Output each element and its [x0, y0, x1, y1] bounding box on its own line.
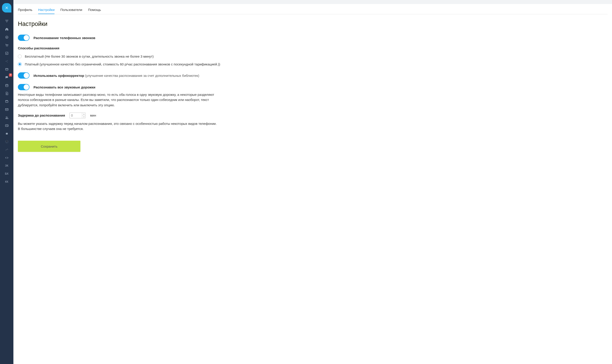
- main-area: Профиль Настройки Пользователи Помощь На…: [13, 0, 612, 364]
- toggle-orphocorrector-label: Использовать орфокорректор (улучшение ка…: [34, 74, 199, 78]
- toggle-orphocorrector[interactable]: [18, 72, 29, 78]
- svg-point-13: [7, 117, 8, 118]
- code-icon: [5, 156, 9, 160]
- radio-paid[interactable]: Платный (улучшенное качество без огранич…: [18, 62, 608, 66]
- users-icon: [5, 116, 9, 119]
- tab-settings[interactable]: Настройки: [38, 6, 55, 14]
- page-title: Настройки: [18, 21, 608, 27]
- mail-icon-item[interactable]: [0, 105, 13, 113]
- document-icon: [5, 91, 9, 95]
- svg-point-7: [7, 62, 8, 62]
- checklist-icon: [5, 51, 9, 55]
- svg-point-3: [7, 46, 8, 46]
- tab-users[interactable]: Пользователи: [60, 6, 82, 14]
- svg-point-15: [6, 125, 6, 126]
- card-icon: [5, 67, 9, 71]
- radio-paid-label: Платный (улучшенное качество без огранич…: [25, 62, 220, 66]
- toggle-orpho-bold: Использовать орфокорректор: [34, 74, 84, 78]
- sidebar-text-kk[interactable]: КК: [0, 178, 13, 186]
- code-icon-item[interactable]: [0, 154, 13, 162]
- radio-free-label: Бесплатный (Не более 30 звонков в сутки,…: [25, 54, 154, 59]
- target-icon: [5, 35, 9, 39]
- calendar-icon-item[interactable]: [0, 81, 13, 89]
- radio-free-input[interactable]: [18, 54, 22, 58]
- stepper-down[interactable]: ▼: [82, 116, 86, 118]
- nodes-icon-item[interactable]: [0, 57, 13, 65]
- android-icon: [5, 132, 9, 136]
- svg-point-17: [6, 133, 6, 133]
- radio-paid-input[interactable]: [18, 62, 22, 66]
- tab-profile[interactable]: Профиль: [18, 6, 32, 14]
- svg-point-12: [6, 117, 7, 117]
- mail-icon: [5, 108, 9, 111]
- chat-badge: 7: [9, 74, 12, 77]
- toggle-all-tracks[interactable]: [18, 84, 29, 90]
- users-icon-item[interactable]: [0, 113, 13, 121]
- svg-rect-9: [5, 84, 8, 87]
- sidebar-text-bk[interactable]: БК: [0, 170, 13, 178]
- svg-rect-8: [5, 68, 8, 70]
- all-tracks-description: Некоторые виды телефонии записывают разг…: [18, 92, 219, 108]
- toggle-call-recognition[interactable]: [18, 35, 29, 41]
- document-icon-item[interactable]: [0, 89, 13, 97]
- chart-icon: [5, 148, 9, 152]
- close-button[interactable]: [2, 3, 11, 13]
- top-bar: [13, 0, 612, 4]
- id-card-icon: [5, 124, 9, 128]
- stepper-up[interactable]: ▲: [82, 113, 86, 116]
- home-icon-item[interactable]: [0, 25, 13, 33]
- delay-stepper: ▲ ▼: [82, 113, 86, 118]
- toggle-call-recognition-label: Распознавание телефонных звонков: [34, 36, 95, 40]
- wallet-icon: [5, 100, 9, 104]
- box-icon: [5, 140, 9, 143]
- svg-rect-16: [6, 133, 8, 134]
- id-card-icon-item[interactable]: [0, 121, 13, 130]
- recognition-methods-title: Способы распознавания: [18, 46, 608, 50]
- target-icon-item[interactable]: [0, 33, 13, 41]
- close-icon: [5, 6, 9, 10]
- delay-label: Задержка до распознавания: [18, 113, 65, 117]
- radio-free[interactable]: Бесплатный (Не более 30 звонков в сутки,…: [18, 54, 608, 59]
- toggle-orpho-note: (улучшение качества распознавания за сче…: [84, 74, 199, 78]
- filter-icon-item[interactable]: [0, 17, 13, 25]
- svg-rect-10: [5, 101, 8, 102]
- delay-unit: мин: [90, 113, 96, 117]
- wallet-icon-item[interactable]: [0, 97, 13, 105]
- nodes-icon: [5, 59, 9, 63]
- toggle-all-tracks-label: Распознавать все звуковые дорожки: [34, 85, 95, 89]
- home-icon: [5, 27, 9, 31]
- svg-point-18: [7, 133, 7, 133]
- save-button[interactable]: Сохранить: [18, 141, 80, 152]
- chat-icon-item[interactable]: 7: [0, 73, 13, 81]
- card-icon-item[interactable]: [0, 65, 13, 73]
- sidebar: 7 ЗК БК КК: [0, 0, 13, 364]
- tabs: Профиль Настройки Пользователи Помощь: [18, 4, 608, 14]
- calendar-icon: [5, 84, 9, 87]
- chart-icon-item[interactable]: [0, 146, 13, 154]
- checklist-icon-item[interactable]: [0, 49, 13, 57]
- svg-point-2: [6, 46, 6, 46]
- cart-icon-item[interactable]: [0, 41, 13, 49]
- delay-description: Вы можете указать задержку перед началом…: [18, 121, 219, 131]
- svg-point-1: [6, 37, 7, 38]
- svg-rect-14: [5, 125, 8, 127]
- android-icon-item[interactable]: [0, 130, 13, 138]
- box-icon-item[interactable]: [0, 138, 13, 146]
- chat-icon: [5, 76, 9, 79]
- cart-icon: [5, 43, 9, 47]
- svg-point-6: [7, 60, 8, 61]
- tab-help[interactable]: Помощь: [88, 6, 101, 14]
- sidebar-text-zk[interactable]: ЗК: [0, 162, 13, 170]
- filter-icon: [5, 19, 9, 23]
